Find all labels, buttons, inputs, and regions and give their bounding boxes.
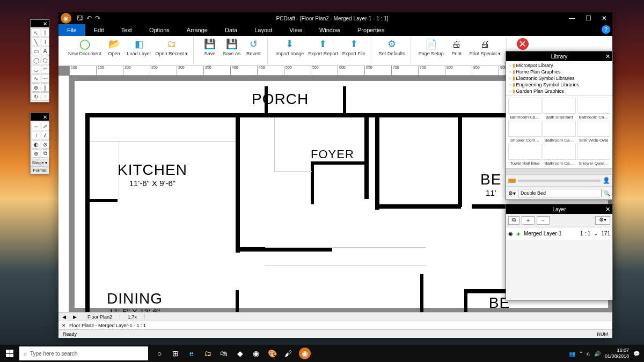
page-setup-button[interactable]: 📄Page Setup [416, 37, 446, 64]
tab-prev[interactable]: ◀ [58, 314, 69, 320]
tool-line[interactable]: ╲ [32, 38, 40, 46]
dim-diameter[interactable]: ⊘ [41, 140, 49, 149]
menu-window[interactable]: Window [311, 24, 349, 36]
gear-icon[interactable]: ⚙▾ [508, 190, 516, 196]
store-icon[interactable]: 🛍 [216, 345, 232, 362]
tool-freehand[interactable]: ∿ [32, 74, 40, 83]
tool-ellipse[interactable]: ◯ [32, 56, 40, 64]
pcdraft-taskbar-icon[interactable]: ◉ [299, 348, 311, 359]
lib-item[interactable]: Sink Wide Oval [577, 121, 610, 143]
user-icon[interactable]: 👤 [603, 177, 610, 184]
print-special-button[interactable]: 🖨Print Special ▾ [467, 37, 503, 64]
tool-pointer[interactable]: ↖ [32, 28, 40, 37]
lib-item[interactable]: Shower Corn… [508, 121, 541, 143]
search-icon[interactable]: 🔍 [604, 190, 610, 196]
export-report-button[interactable]: ⬆Export Report [306, 37, 340, 64]
dim-slope[interactable]: ⤢ [41, 122, 49, 130]
dim-format[interactable]: Format [31, 166, 49, 174]
tool-rotate[interactable]: ↻ [32, 92, 40, 101]
save-button[interactable]: 💾Save [199, 37, 221, 64]
tool-bezier[interactable]: 〰 [41, 74, 49, 83]
menu-arrange[interactable]: Arrange [178, 24, 216, 36]
menu-edit[interactable]: Edit [85, 24, 113, 36]
visibility-icon[interactable]: ◉ [508, 231, 513, 237]
menu-text[interactable]: Text [113, 24, 141, 36]
slider-icon[interactable] [508, 179, 516, 183]
tool-polyline[interactable]: ⌇ [41, 38, 49, 46]
draw-tools-palette[interactable]: ✕ ↖I ╲⌇ ▭A ◯⬠ ◡◠ ∿〰 ⊕∥ ↻⋮ [30, 19, 49, 102]
lib-item[interactable]: Bathroom Ca… [577, 98, 610, 120]
menu-options[interactable]: Options [141, 24, 178, 36]
tab-next[interactable]: ▶ [69, 314, 80, 320]
lib-folder[interactable]: ▮Electronic Symbol Libraries [509, 75, 609, 82]
dimension-palette[interactable]: ✕ ↔⤢ ⊥∠ ◐⊘ ⊕⧉ Single ▾ Format [30, 113, 49, 174]
thumb-size-slider[interactable] [518, 180, 601, 182]
dim-radius[interactable]: ◐ [32, 140, 40, 149]
tool-text[interactable]: I [41, 28, 49, 37]
lib-item[interactable]: Bathroom Ca… [508, 98, 541, 120]
lib-folder[interactable]: ▮Engineering Symbol Libraries [509, 82, 609, 88]
open-button[interactable]: 📂Open [104, 37, 125, 64]
layer-remove-button[interactable]: － [537, 216, 550, 225]
taskbar-search[interactable]: ⌕Type here to search [19, 346, 148, 360]
dim-chain[interactable]: ⧉ [41, 149, 49, 158]
menu-layout[interactable]: Layout [246, 24, 281, 36]
menu-data[interactable]: Data [216, 24, 246, 36]
cortana-icon[interactable]: ○ [151, 345, 167, 362]
lib-item[interactable]: Bath Standard [543, 98, 576, 120]
explorer-icon[interactable]: 🗂 [200, 345, 216, 362]
minimize-button[interactable]: ― [564, 12, 580, 24]
layer-panel[interactable]: Layer✕ ⧉ ＋ － ⚙▾ ◉ ◈ Merged Layer-1 1 : 1… [506, 204, 613, 300]
tool-parallel[interactable]: ∥ [41, 83, 49, 92]
library-close-icon[interactable]: ✕ [605, 53, 610, 60]
taskview-icon[interactable]: ⊞ [167, 345, 184, 362]
library-tree[interactable]: ▮Microspot Library ▮Home Plan Graphics ▮… [506, 61, 612, 95]
qat-redo-icon[interactable]: ↷ [95, 14, 100, 22]
layer-merge-button[interactable]: ⧉ [508, 216, 519, 225]
chrome-icon[interactable]: ◉ [248, 345, 264, 362]
lib-folder[interactable]: ▮Microspot Library [509, 62, 609, 69]
app3-icon[interactable]: 🖌 [280, 345, 296, 362]
notifications-icon[interactable]: 💬 [633, 351, 640, 357]
qat-save-icon[interactable]: 🖫 [77, 14, 83, 22]
tool-attr[interactable]: ⋮ [41, 92, 49, 101]
dim-angle[interactable]: ∠ [41, 131, 49, 139]
library-grid[interactable]: Bathroom Ca… Bath Standard Bathroom Ca… … [506, 95, 612, 168]
lib-folder[interactable]: ▮Home Plan Graphics [509, 69, 609, 75]
lib-item[interactable]: Bathroom Ca… [543, 144, 576, 166]
new-document-button[interactable]: ◯New Document [66, 37, 104, 64]
layer-add-button[interactable]: ＋ [522, 216, 535, 225]
revert-button[interactable]: ↺Revert [243, 37, 264, 64]
library-scrollbar[interactable] [506, 168, 612, 174]
library-search-input[interactable] [518, 189, 602, 197]
load-layer-button[interactable]: ◧Load Layer [125, 37, 153, 64]
dim-mode[interactable]: Single ▾ [31, 159, 49, 166]
save-as-button[interactable]: 💾Save As [221, 37, 243, 64]
document-tab[interactable]: Floor Plan2 - Merged Layer-1 - 1 : 1 [69, 323, 146, 328]
taskbar-clock[interactable]: 16:0701/08/2018 [605, 348, 629, 359]
start-button[interactable] [0, 345, 19, 362]
network-icon[interactable]: ⎌ [587, 351, 590, 357]
menu-view[interactable]: View [281, 24, 311, 36]
dim-perp[interactable]: ⊥ [32, 131, 40, 139]
tool-arc[interactable]: ◡ [32, 65, 40, 73]
tool-arc2[interactable]: ◠ [41, 65, 49, 73]
palette-close-icon[interactable]: ✕ [41, 21, 49, 27]
dim-center[interactable]: ⊕ [32, 149, 40, 158]
titlebar[interactable]: ◉ 🖫 ↶ ↷ PCDraft - [Floor Plan2 - Merged … [58, 12, 612, 24]
lib-item[interactable]: Towel Rail Blue [508, 144, 541, 166]
tool-marker[interactable]: ⊕ [32, 83, 40, 92]
doc-tab[interactable]: Floor Plan2 [80, 314, 120, 320]
maximize-button[interactable]: ☐ [580, 12, 596, 24]
open-recent-button[interactable]: 🗂Open Recent ▾ [153, 37, 191, 64]
app1-icon[interactable]: ◆ [232, 345, 248, 362]
layer-close-icon[interactable]: ✕ [605, 206, 610, 213]
app2-icon[interactable]: 🎨 [264, 345, 280, 362]
zoom-value[interactable]: 1.7x [120, 314, 145, 320]
tool-polygon[interactable]: ⬠ [41, 56, 49, 64]
chevron-down-icon[interactable]: ⌄ [594, 231, 598, 237]
active-icon[interactable]: ◈ [516, 231, 521, 237]
print-button[interactable]: 🖨Print [446, 37, 467, 64]
volume-icon[interactable]: 🔊 [594, 351, 601, 357]
edge-icon[interactable]: e [184, 345, 200, 362]
